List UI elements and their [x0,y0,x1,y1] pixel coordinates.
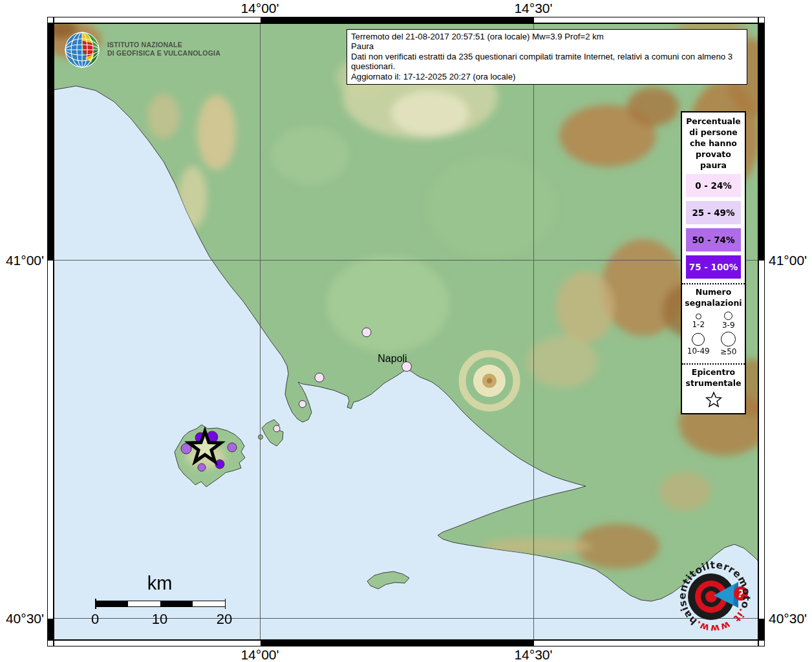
ingv-name-line2: DI GEOFISICA E VULCANOLOGIA [107,49,220,58]
scale-bar: km 0 10 20 [78,573,246,626]
ingv-globe-icon [63,29,101,69]
map-canvas[interactable]: Napoli [54,23,758,640]
size-circle-1-2 [696,314,701,319]
frame-top-seg3 [534,17,758,23]
ingv-name-line1: ISTITUTO NAZIONALE [107,41,220,49]
frame-left [47,23,54,640]
frame-corner-tr [758,17,765,23]
city-label: Napoli [378,353,407,364]
event-title-line: Terremoto del 21-08-2017 20:57:51 (ora l… [351,32,743,41]
legend-size-50: ≥50 [714,330,744,356]
lon-label-bottom-1430: 14°30' [501,647,566,662]
scale-bar-unit: km [74,573,246,594]
size-circle-10-49 [692,333,705,346]
frame-top-seg1 [54,17,261,23]
legend-swatch-50-74: 50 - 74% [686,228,741,251]
frame-bottom-seg1 [54,641,261,646]
lat-label-right-4030: 40°30' [769,611,807,626]
lat-label-right-4100: 41°00' [769,253,807,268]
legend-size-1-2: 1-2 [683,310,714,330]
legend-swatch-25-49: 25 - 49% [686,201,741,224]
event-updated-line: Aggiornato il: 17-12-2025 20:27 (ora loc… [351,72,743,81]
legend-size-3-9: 3-9 [714,310,744,330]
legend-count-title: Numero [682,284,745,297]
haisentitoilterremoto-logo[interactable]: ? www.haisentitoilterremoto.it [666,548,763,645]
legend-size-10-49: 10-49 [683,330,714,356]
frame-right-seg1 [759,24,764,261]
legend-percent-title: Percentuale [682,112,745,127]
lon-label-top-1430: 14°30' [501,1,566,16]
frame-right [758,23,765,640]
size-circle-3-9 [724,312,732,320]
frame-top-seg2 [261,17,534,23]
event-data-line: Dati non verificati estratti da 235 ques… [351,52,743,72]
legend-star-icon [704,390,723,409]
hsit-map-page: { "header_box": { "lines": [ "Terremoto … [0,0,812,662]
frame-left-seg3 [48,619,53,639]
frame-corner-bl [47,640,54,646]
frame-bottom-seg2 [261,641,534,646]
observation-point [198,464,206,471]
legend-epicenter-title: Epicentro [682,365,745,378]
observation-point [315,373,324,382]
event-effect-line: Paura [351,41,743,51]
frame-top [54,17,758,23]
legend-swatch-75-100: 75 - 100% [686,255,741,279]
lon-label-top-1400: 14°00' [228,1,292,16]
legend-swatch-0-24: 0 - 24% [686,174,741,197]
frame-bottom [54,640,758,646]
legend-box: Percentuale di persone che hanno provato… [681,111,746,414]
lat-label-left-4030: 40°30' [0,611,44,626]
frame-left-seg1 [48,24,53,261]
frame-corner-tl [47,17,54,23]
observation-point [362,328,371,337]
observation-point [273,425,280,432]
ingv-logo: ISTITUTO NAZIONALE DI GEOFISICA E VULCAN… [63,29,230,69]
event-info-box: Terremoto del 21-08-2017 20:57:51 (ora l… [347,29,747,85]
scale-bar-segments [95,601,226,607]
lon-label-bottom-1400: 14°00' [228,647,292,662]
observation-point [228,443,237,452]
observation-point [299,401,306,408]
scale-bar-labels: 0 10 20 [78,611,246,626]
frame-left-seg2 [48,261,53,619]
size-circle-50 [721,332,736,347]
lat-label-left-4100: 41°00' [0,253,44,268]
